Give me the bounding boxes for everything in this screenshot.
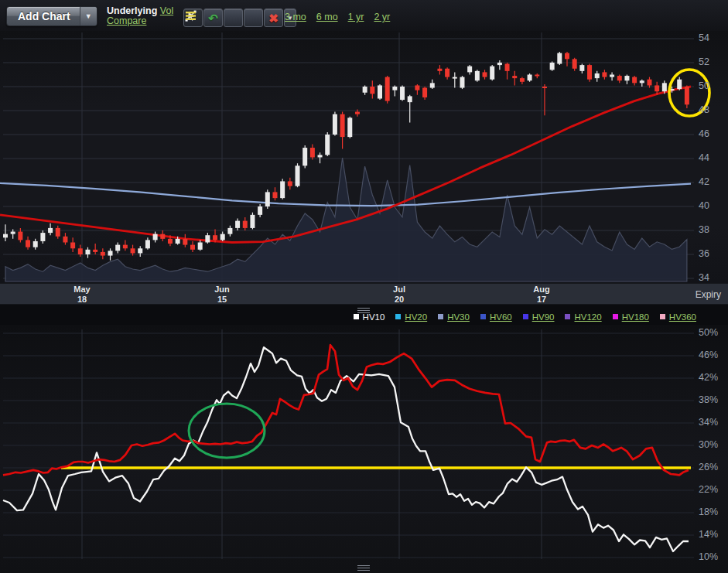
vol-tick-label: 22% — [699, 484, 718, 495]
price-tick-label: 38 — [699, 224, 709, 235]
x-axis-strip: May18Jun15Jul20Aug17 Expiry — [0, 283, 728, 305]
underlying-label: Underlying — [107, 5, 157, 16]
legend-item-HV90[interactable]: HV90 — [523, 312, 555, 322]
legend-item-HV120[interactable]: HV120 — [565, 312, 601, 322]
legend-label: HV180 — [622, 312, 649, 322]
price-tick-label: 44 — [699, 152, 709, 163]
x-tick-label: Jun15 — [205, 285, 239, 305]
vol-tick-label: 42% — [699, 372, 718, 383]
draw-line-button[interactable] — [224, 9, 243, 27]
legend-item-HV30[interactable]: HV30 — [438, 312, 470, 322]
range-link-3mo[interactable]: 3 mo — [285, 12, 306, 22]
range-link-6mo[interactable]: 6 mo — [316, 12, 338, 22]
legend-item-HV10[interactable]: HV10 — [354, 312, 385, 322]
underlying-switch: Underlying Vol Compare — [107, 6, 173, 26]
chevron-down-icon: ▼ — [85, 12, 92, 20]
price-chart[interactable]: 5452504846444240383634 — [0, 31, 728, 283]
delete-x-icon: ✖ — [268, 12, 279, 24]
vol-tick-label: 26% — [699, 462, 718, 472]
legend-item-HV20[interactable]: HV20 — [395, 312, 427, 322]
vol-tick-label: 14% — [699, 529, 718, 540]
legend-swatch-HV360[interactable] — [660, 314, 665, 319]
vol-tick-label: 46% — [699, 350, 718, 360]
vol-tick-label: 34% — [699, 417, 718, 428]
legend-item-HV180[interactable]: HV180 — [613, 312, 649, 322]
vol-tick-label: 18% — [699, 506, 718, 517]
green-ellipse-annotation[interactable] — [189, 404, 265, 458]
price-chart-canvas — [0, 31, 728, 283]
vol-tick-label: 30% — [699, 439, 718, 450]
vol-tick-label: 10% — [699, 551, 718, 562]
add-chart-button[interactable]: Add Chart ▼ — [6, 6, 97, 26]
range-link-1yr[interactable]: 1 yr — [348, 12, 364, 22]
legend-label: HV120 — [574, 312, 601, 322]
legend-label: HV30 — [447, 312, 470, 322]
price-tick-label: 46 — [699, 128, 709, 139]
top-toolbar: Add Chart ▼ Underlying Vol Compare ↶ — [0, 0, 728, 31]
x-tick-label: May18 — [65, 285, 99, 305]
legend-swatch-HV10[interactable] — [354, 314, 359, 319]
volatility-chart-canvas — [0, 325, 728, 573]
price-tick-label: 52 — [699, 56, 709, 67]
price-tick-label: 48 — [699, 104, 709, 115]
trading-chart-window: { "toolbar": { "add_chart": "Add Chart",… — [0, 0, 728, 573]
iv30-line — [3, 345, 689, 475]
price-tick-label: 40 — [699, 200, 709, 211]
compare-link[interactable]: Compare — [107, 15, 146, 26]
legend-swatch-HV90[interactable] — [523, 314, 528, 319]
price-tick-label: 54 — [699, 32, 709, 43]
price-tick-label: 50 — [699, 80, 709, 91]
bottom-resize-gripper[interactable] — [357, 564, 370, 572]
vol-tick-label: 38% — [699, 394, 718, 405]
legend-label: HV60 — [490, 312, 512, 322]
legend-swatch-HV30[interactable] — [438, 314, 443, 319]
legend-item-HV360[interactable]: HV360 — [660, 312, 696, 322]
legend-label: HV90 — [532, 312, 555, 322]
volume-area — [5, 158, 687, 281]
hv-legend-row: HV10HV20HV30HV60HV90HV120HV180HV360 — [343, 311, 696, 322]
price-tick-label: 42 — [699, 176, 709, 187]
undo-button[interactable]: ↶ — [203, 9, 223, 27]
range-link-2yr[interactable]: 2 yr — [374, 12, 390, 22]
add-chart-label: Add Chart — [7, 7, 80, 26]
expiry-label: Expiry — [696, 289, 721, 300]
vol-link[interactable]: Vol — [160, 5, 173, 16]
price-levels-button[interactable] — [244, 9, 263, 27]
x-tick-label: Aug17 — [525, 285, 559, 305]
legend-label: HV10 — [363, 312, 385, 322]
drawing-toolbar: ↶ ✖ ▼ — [183, 9, 296, 27]
legend-swatch-HV180[interactable] — [613, 314, 618, 319]
legend-label: HV20 — [405, 312, 427, 322]
delete-drawing-button[interactable]: ✖ — [264, 9, 283, 27]
x-tick-label: Jul20 — [382, 285, 416, 305]
price-levels-icon — [183, 9, 198, 23]
time-range-links: 3 mo 6 mo 1 yr 2 yr — [285, 12, 390, 22]
vol-tick-label: 50% — [699, 327, 718, 338]
legend-item-HV60[interactable]: HV60 — [480, 312, 512, 322]
legend-swatch-HV60[interactable] — [480, 314, 486, 319]
volatility-chart[interactable]: 50%46%42%38%34%30%26%22%18%14%10% — [0, 325, 728, 573]
legend-label: HV360 — [669, 312, 696, 322]
legend-swatch-HV120[interactable] — [565, 314, 570, 319]
undo-icon: ↶ — [208, 12, 218, 24]
add-chart-caret[interactable]: ▼ — [80, 7, 97, 26]
price-tick-label: 36 — [699, 248, 709, 259]
price-tick-label: 34 — [699, 272, 709, 283]
legend-swatch-HV20[interactable] — [395, 314, 401, 319]
